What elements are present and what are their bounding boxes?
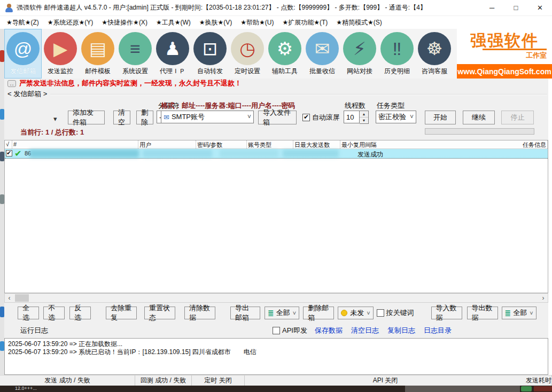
toolbar-item-icon: ‼ [380,32,414,65]
clear-data-button[interactable]: 清除数据 [184,307,215,319]
data-filter-select[interactable]: ≣ 全部 ˅ [502,307,537,319]
toolbar-item[interactable]: ▤ 邮件模板 [79,29,116,79]
checkbox-icon[interactable] [377,309,384,317]
title-bar: 强强软件 邮件速递超人 v4.5.7.0 - 用户:[admin] 正式版 - … [0,0,552,16]
unsent-filter-select[interactable]: 未发 ˅ [338,307,373,319]
menu-item[interactable]: ★换肤★(V) [195,17,237,29]
chevron-down-icon[interactable]: ▾ [53,115,57,123]
table-column-header[interactable]: √ [5,140,12,148]
toolbar-item[interactable]: ▶ 发送监控 [42,29,79,79]
export-mail-button[interactable]: 导出邮箱 [230,307,260,319]
export-data-button[interactable]: 导出数据 [467,307,498,319]
log-line: 2025-06-07 13:59:20 => 系统已启动！当前IP：[182.1… [8,348,545,356]
horizontal-scrollbar[interactable]: ‹ › [4,293,548,303]
table-column-header[interactable]: 账号类型 [247,140,293,148]
log-title: 运行日志 [20,326,48,335]
toolbar-item[interactable]: @ 发信邮箱 [4,29,42,79]
table-column-header[interactable]: 用户 [138,140,196,148]
scroll-right-icon[interactable]: › [539,294,548,302]
toolbar-item-icon: ◷ [231,32,264,65]
toolbar-item-icon: ▤ [81,32,114,65]
table-column-header[interactable]: # [12,140,138,148]
clear-button[interactable]: 清空 [113,111,130,124]
row-checkbox[interactable] [6,150,12,156]
resize-grip[interactable]: ⋮⋮⋮ [535,379,551,385]
select-all-button[interactable]: 全选 [18,307,39,319]
toolbar-item[interactable]: ⚙ 辅助工具 [266,29,304,79]
toolbar-item-label: 系统设置 [122,67,148,76]
minimize-button[interactable]: ─ [480,0,504,16]
menu-item[interactable]: ★系统还原★(Y) [43,17,98,29]
delete-mail-button[interactable]: 删除邮箱 [303,307,334,319]
maximize-button[interactable]: □ [504,0,528,16]
toolbar-item[interactable]: ☸ 咨询客服 [416,29,453,79]
delete-button[interactable]: 删除 [136,111,153,124]
toolbar-item-label: 批量收信 [309,67,335,76]
log-link[interactable]: 日志目录 [424,326,452,335]
start-button[interactable]: 开始 [425,111,456,124]
mail-filter-select-1[interactable]: ≣ 全部 ˅ [265,307,299,319]
toolbar-item[interactable]: ◷ 定时设置 [229,29,266,79]
select-none-button[interactable]: 不选 [43,307,65,319]
checkbox-icon[interactable] [273,327,280,334]
status-bar: 发送 成功 / 失败 回测 成功 / 失败 定时 关闭 API 关闭 发送耗时 … [0,375,552,386]
log-output[interactable]: 2025-06-07 13:59:20 => 正在加载数据... 2025-06… [4,338,548,375]
threads-value[interactable]: 10 [344,111,360,123]
table-column-header[interactable]: 日最大发送数 [293,140,340,148]
autoscroll-checkbox[interactable]: 自动滚屏 [302,113,340,122]
add-sender-button[interactable]: 添加发件箱 [68,111,105,124]
menu-item[interactable]: ★工具★(W) [152,17,195,29]
reset-status-button[interactable]: 重置状态 [144,307,175,319]
account-type-select[interactable]: ✉ SMTP账号 ˅ [161,111,254,123]
menu-item[interactable]: ★扩展功能★(T) [278,17,332,29]
checkbox-icon[interactable] [302,114,310,121]
toolbar-item[interactable]: ✉ 批量收信 [304,29,341,79]
window-title: 强强软件 邮件速递超人 v4.5.7.0 - 用户:[admin] 正式版 - … [17,3,426,12]
chevron-down-icon: ˅ [410,113,414,121]
warning-text: 严禁发送非法信息，邮件内容实时监测，一经发现，永久封号且不退款！ [19,79,242,88]
api-send-checkbox[interactable]: API即发 [273,326,307,335]
task-type-select[interactable]: 密正校验 ˅ [376,111,416,123]
menu-item[interactable]: ★快捷操作★(X) [97,17,152,29]
continue-button[interactable]: 继续 [463,111,495,124]
invert-select-button[interactable]: 反选 [69,307,91,319]
toolbar-item[interactable]: ♟ 代理ＩＰ [154,29,191,79]
bulb-icon [341,310,347,316]
log-link[interactable]: 清空日志 [351,326,379,335]
api-send-label: API即发 [282,326,307,335]
scroll-thumb[interactable] [15,294,29,302]
menu-item[interactable]: ★导航★(Z) [2,17,43,29]
threads-stepper[interactable]: 10 ▲▼ [344,111,369,124]
toolbar-item-label: 辅助工具 [272,67,298,76]
import-data-button[interactable]: 导入数据 [431,307,462,319]
scroll-left-icon[interactable]: ‹ [5,294,14,302]
keyword-checkbox[interactable]: 按关键词 [377,308,414,318]
toolbar-item[interactable]: ‼ 历史明细 [378,29,416,79]
dedupe-button[interactable]: 去除重复 [106,307,137,319]
keyword-label: 按关键词 [386,308,414,318]
groupbox-label: < 发信邮箱 > [5,89,49,99]
menu-item[interactable]: ★帮助★(U) [236,17,278,29]
spin-up-icon[interactable]: ▲ [360,111,368,117]
toolbar-item[interactable]: ≡ 系统设置 [116,29,154,79]
table-column-header[interactable]: 最小复用间隔 [340,140,522,148]
success-check-icon: ✔ [14,148,21,159]
log-link[interactable]: 复制日志 [387,326,415,335]
toolbar-item[interactable]: ⚡ 网站对接 [341,29,378,79]
import-sender-button[interactable]: 导入发件箱 [258,111,297,124]
stop-button[interactable]: 停止 [501,111,534,124]
unsent-filter-value: 未发 [350,308,364,318]
table-column-header[interactable]: 任务信息 [522,140,548,148]
chevron-down-icon: ˅ [247,113,251,121]
table-column-header[interactable]: 密码/参数 [196,140,247,148]
menu-item[interactable]: ★精简模式★(S) [332,17,386,29]
close-button[interactable]: ✕ [528,0,552,16]
app-icon [5,4,13,12]
toolbar-item[interactable]: ⊡ 自动转发 [191,29,229,79]
toolbar-item-icon: ▶ [44,32,77,65]
spin-down-icon[interactable]: ▼ [360,117,368,123]
list-icon: ≣ [268,309,274,317]
log-link[interactable]: 保存数据 [315,326,343,335]
table-row[interactable]: ✔ 86 发送成功 [5,149,548,159]
row-task-info: 发送成功 [357,150,383,159]
